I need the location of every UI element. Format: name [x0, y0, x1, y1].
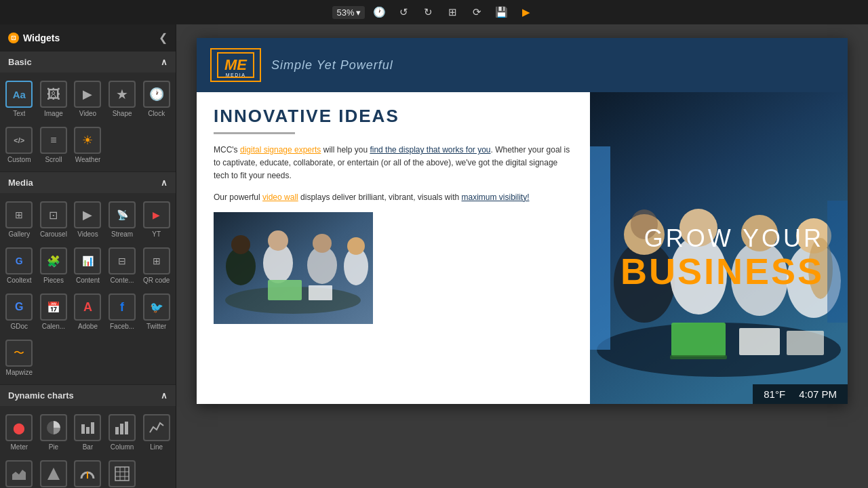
calendar-icon: 📅 [40, 293, 67, 321]
scroll-label: Scroll [45, 156, 62, 163]
widget-gallery[interactable]: ⊞ Gallery [3, 197, 36, 242]
video-icon: ▶ [74, 81, 101, 108]
grid-button[interactable]: ⊞ [443, 3, 462, 22]
section-basic-chevron: ∧ [161, 57, 167, 67]
widget-area[interactable]: Area [3, 456, 36, 488]
line-label: Line [150, 443, 163, 451]
widgets-icon: ⊡ [8, 33, 19, 43]
table-icon [108, 460, 136, 487]
carousel-label: Carousel [40, 230, 67, 238]
widget-facebook[interactable]: f Faceb... [106, 289, 139, 334]
svg-rect-43 [787, 331, 824, 355]
svg-rect-42 [739, 328, 780, 355]
widget-qrcode[interactable]: ⊞ QR code [140, 243, 173, 288]
media-widgets-grid: ⊞ Gallery ⊡ Carousel ▶ Videos 📡 Stream ▶… [0, 193, 176, 384]
content-label: Content [76, 277, 100, 284]
toolbar: 53% ▾ 🕐 ↺ ↻ ⊞ ⟳ 💾 ▶ [0, 0, 868, 24]
conte-label: Conte... [111, 277, 134, 284]
pie-icon [40, 414, 67, 441]
slide-title: INNOVATIVE IDEAS [214, 106, 573, 127]
widget-column[interactable]: Column [106, 410, 139, 455]
section-media-header[interactable]: Media ∧ [0, 171, 176, 193]
gauge-icon [74, 460, 101, 487]
sidebar-title-text: Widgets [23, 33, 60, 43]
pyramid-icon [40, 460, 67, 487]
video-label: Video [79, 110, 96, 117]
section-basic-header[interactable]: Basic ∧ [0, 51, 176, 73]
redo-button[interactable]: ↻ [419, 3, 438, 22]
clock-label: Clock [148, 110, 165, 117]
widget-image[interactable]: 🖼 Image [37, 77, 71, 121]
widget-calendar[interactable]: 📅 Calen... [37, 289, 71, 334]
widget-mapwize[interactable]: 〜 Mapwize [3, 336, 36, 380]
svg-rect-10 [115, 467, 129, 481]
widget-scroll[interactable]: ≡ Scroll [37, 123, 71, 167]
twitter-label: Twitter [146, 323, 166, 330]
widget-videos[interactable]: ▶ Videos [71, 197, 104, 242]
widget-twitter[interactable]: 🐦 Twitter [140, 289, 173, 334]
section-basic-label: Basic [8, 57, 32, 67]
cooltext-label: Cooltext [7, 277, 32, 284]
widget-gauge[interactable]: Gauge [71, 456, 104, 488]
widget-text[interactable]: Aa Text [3, 77, 36, 121]
zoom-control[interactable]: 53% ▾ [332, 6, 364, 19]
slide-tagline: Simple Yet Powerful [271, 58, 393, 73]
bar-label: Bar [83, 443, 94, 451]
scroll-icon: ≡ [40, 127, 67, 154]
svg-marker-7 [12, 470, 26, 480]
widget-adobe[interactable]: A Adobe [71, 289, 104, 334]
widget-line[interactable]: Line [140, 410, 173, 455]
mapwize-icon: 〜 [5, 340, 33, 367]
widget-weather[interactable]: ☀ Weather [71, 123, 104, 167]
column-icon [108, 414, 136, 441]
mapwize-label: Mapwize [6, 369, 33, 376]
svg-rect-26 [309, 285, 332, 300]
save-button[interactable]: 💾 [492, 3, 511, 22]
widget-conte[interactable]: ⊟ Conte... [106, 243, 139, 288]
widget-carousel[interactable]: ⊡ Carousel [37, 197, 71, 242]
svg-point-20 [268, 230, 288, 251]
twitter-icon: 🐦 [143, 293, 170, 321]
pieces-label: Pieces [43, 277, 64, 284]
yt-icon: ▶ [143, 201, 170, 228]
svg-rect-40 [671, 323, 726, 357]
history-button[interactable]: 🕐 [370, 3, 389, 22]
videos-label: Videos [77, 230, 98, 238]
widget-table[interactable]: Table [106, 456, 139, 488]
stream-label: Stream [111, 230, 133, 238]
meter-icon: ⬤ [5, 414, 33, 441]
weather-label: Weather [75, 156, 101, 163]
widget-video[interactable]: ▶ Video [71, 77, 104, 121]
calendar-label: Calen... [42, 323, 65, 330]
sidebar-collapse-button[interactable]: ❮ [159, 31, 167, 44]
clock-icon: 🕐 [143, 81, 170, 108]
widget-pieces[interactable]: 🧩 Pieces [37, 243, 71, 288]
widget-clock[interactable]: 🕐 Clock [140, 77, 173, 121]
svg-rect-41 [670, 355, 727, 359]
widget-content[interactable]: 📊 Content [71, 243, 104, 288]
widget-pyramid[interactable]: Pyramid [37, 456, 71, 488]
widget-cooltext[interactable]: G Cooltext [3, 243, 36, 288]
text-label: Text [13, 110, 25, 117]
shape-label: Shape [113, 110, 132, 117]
sidebar: ⊡ Widgets ❮ Basic ∧ Aa Text 🖼 Image ▶ Vi… [0, 24, 176, 488]
widget-stream[interactable]: 📡 Stream [106, 197, 139, 242]
slide-handshake-image [214, 212, 373, 324]
widget-custom[interactable]: </> Custom [3, 123, 36, 167]
widget-yt[interactable]: ▶ YT [140, 197, 173, 242]
refresh-button[interactable]: ⟳ [468, 3, 487, 22]
content-icon: 📊 [74, 247, 101, 274]
widget-bar[interactable]: Bar [71, 410, 104, 455]
shape-icon: ★ [108, 81, 136, 108]
widget-pie[interactable]: Pie [37, 410, 71, 455]
widget-meter[interactable]: ⬤ Meter [3, 410, 36, 455]
widget-gdoc[interactable]: G GDoc [3, 289, 36, 334]
carousel-icon: ⊡ [40, 201, 67, 228]
undo-button[interactable]: ↺ [395, 3, 414, 22]
section-charts-header[interactable]: Dynamic charts ∧ [0, 384, 176, 406]
gdoc-label: GDoc [11, 323, 28, 330]
play-button[interactable]: ▶ [517, 3, 536, 22]
facebook-label: Faceb... [110, 323, 134, 330]
widget-shape[interactable]: ★ Shape [106, 77, 139, 121]
time-display: 4:07 PM [799, 388, 837, 400]
